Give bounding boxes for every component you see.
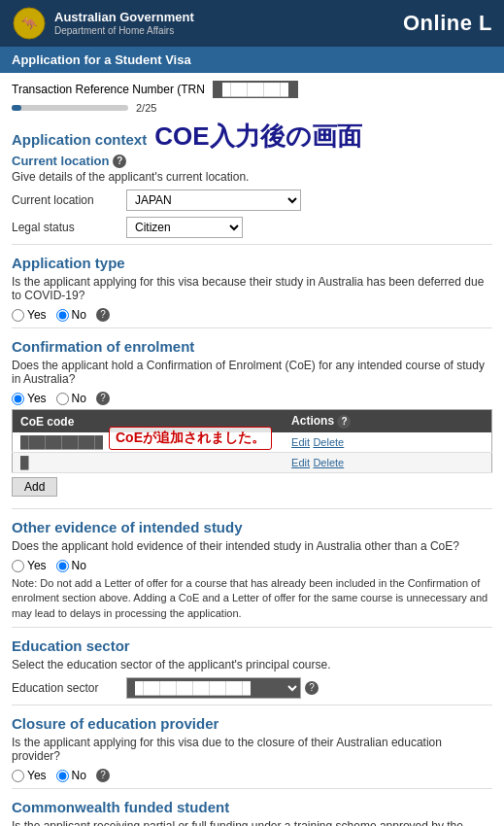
application-type-radio-group: Yes No ? [12,308,492,322]
application-type-section: Application type Is the applicant applyi… [12,255,492,322]
coe-section: Confirmation of enrolment Does the appli… [12,338,492,502]
coe-no-label[interactable]: No [56,392,86,405]
app-title-bar: Application for a Student Visa [0,47,504,73]
education-sector-label: Education sector [12,681,118,695]
svg-text:🦘: 🦘 [21,16,39,32]
progress-bar-background [12,105,128,111]
divider-4 [12,627,492,628]
coe-added-annotation: CoEが追加されました。 [109,427,272,450]
application-type-description: Is the applicant applying for this visa … [12,275,492,302]
closure-no-radio[interactable] [56,770,69,782]
closure-radio-group: Yes No ? [12,769,492,782]
application-type-no-label[interactable]: No [56,308,86,322]
divider-6 [12,788,492,789]
app-context-heading: Application context [12,131,147,148]
header: 🦘 Australian Government Department of Ho… [0,0,504,47]
application-type-yes-radio[interactable] [12,309,24,322]
commonwealth-description: Is the applicant receiving partial or fu… [12,819,492,826]
app-title: Application for a Student Visa [12,52,191,67]
closure-section: Closure of education provider Is the app… [12,715,492,782]
education-sector-input-row: ██████████████ ? [126,677,319,699]
closure-no-label[interactable]: No [56,769,86,782]
coe-row1-edit-link[interactable]: Edit [291,436,310,448]
coe-actions-help-icon[interactable]: ? [337,415,351,429]
coe-heading: Confirmation of enrolment [12,338,492,355]
coe-add-button[interactable]: Add [12,477,57,497]
trn-value: ████████ [213,81,298,98]
coe-row1-delete-link[interactable]: Delete [313,436,344,448]
coe-help-icon[interactable]: ? [96,392,110,405]
app-context-heading-row: Application context COE入力後の画面 [12,120,492,154]
coe-description: Does the applicant hold a Confirmation o… [12,359,492,386]
closure-yes-label[interactable]: Yes [12,769,47,782]
current-location-field-row: Current location JAPAN [12,189,492,211]
government-crest-icon: 🦘 [12,6,47,41]
coe-row2-code: █ [13,453,285,473]
closure-heading: Closure of education provider [12,715,492,732]
other-evidence-radio-group: Yes No [12,559,492,572]
progress-bar-fill [12,105,21,111]
table-row: █ Edit Delete [13,453,492,473]
current-location-description: Give details of the applicant's current … [12,170,492,184]
legal-status-select[interactable]: Citizen [126,217,243,238]
progress-row: 2/25 [12,102,492,114]
other-evidence-no-radio[interactable] [56,560,69,572]
trn-label: Transaction Reference Number (TRN [12,83,205,96]
coe-radio-group: Yes No ? [12,392,492,405]
coe-row1-actions: Edit Delete [284,432,491,453]
other-evidence-note: Note: Do not add a Letter of offer for a… [12,576,492,621]
current-location-heading: Current location ? [12,154,492,168]
education-sector-section: Education sector Select the education se… [12,637,492,699]
education-sector-description: Select the education sector of the appli… [12,658,492,671]
education-sector-field-row: Education sector ██████████████ ? [12,677,492,699]
current-location-label: Current location [12,193,118,207]
logo-area: 🦘 Australian Government Department of Ho… [12,6,194,41]
coe-yes-radio[interactable] [12,393,24,405]
current-location-select[interactable]: JAPAN [126,189,301,211]
divider-2 [12,327,492,328]
coe-row2-delete-link[interactable]: Delete [313,457,344,468]
closure-description: Is the applicant applying for this visa … [12,736,492,763]
education-sector-heading: Education sector [12,637,492,654]
education-sector-help-icon[interactable]: ? [305,681,319,695]
coe-row2-actions: Edit Delete [284,453,491,473]
divider-1 [12,244,492,245]
current-location-help-icon[interactable]: ? [113,155,126,168]
application-type-yes-label[interactable]: Yes [12,308,47,322]
coe-added-text: CoEが追加されました。 [116,430,265,445]
coe-table-container: CoE code Actions ? ██████████ Edit Delet… [12,409,492,473]
other-evidence-yes-radio[interactable] [12,560,24,572]
application-type-help-icon[interactable]: ? [96,308,110,322]
progress-text: 2/25 [136,102,156,114]
site-title: Online L [403,11,492,36]
closure-help-icon[interactable]: ? [96,769,110,782]
main-content: Transaction Reference Number (TRN ██████… [0,73,504,826]
coe-table-header-actions: Actions ? [284,410,491,433]
other-evidence-heading: Other evidence of intended study [12,519,492,535]
other-evidence-description: Does the applicant hold evidence of thei… [12,539,492,553]
trn-row: Transaction Reference Number (TRN ██████… [12,81,492,98]
commonwealth-heading: Commonwealth funded student [12,799,492,815]
divider-3 [12,508,492,509]
other-evidence-section: Other evidence of intended study Does th… [12,519,492,621]
closure-yes-radio[interactable] [12,770,24,782]
other-evidence-yes-label[interactable]: Yes [12,559,47,572]
application-type-no-radio[interactable] [56,309,69,322]
current-location-section: Current location ? Give details of the a… [12,154,492,238]
legal-status-label: Legal status [12,221,118,234]
coe-row2-edit-link[interactable]: Edit [291,457,310,468]
education-sector-select[interactable]: ██████████████ [126,677,301,699]
coe-no-radio[interactable] [56,393,69,405]
application-type-heading: Application type [12,255,492,271]
divider-5 [12,705,492,706]
gov-text: Australian Government Department of Home… [54,10,194,37]
other-evidence-no-label[interactable]: No [56,559,86,572]
commonwealth-section: Commonwealth funded student Is the appli… [12,799,492,826]
coe-annotation-heading: COE入力後の画面 [154,120,361,154]
legal-status-field-row: Legal status Citizen [12,217,492,238]
coe-yes-label[interactable]: Yes [12,392,47,405]
